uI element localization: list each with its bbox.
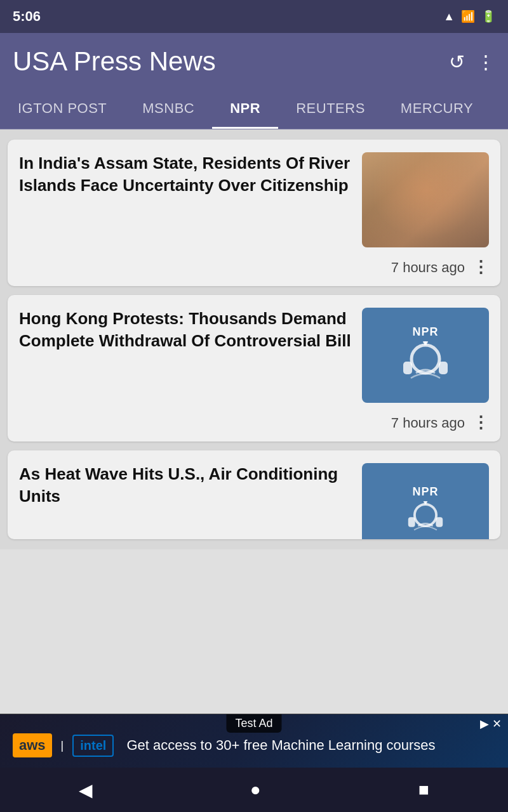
tab-bar: IGTON POST MSNBC NPR REUTERS MERCURY <box>0 90 508 129</box>
ad-banner: Test Ad ▶ ✕ aws | intel Get access to 30… <box>0 714 508 768</box>
signal-icon: 📶 <box>461 10 475 23</box>
intel-logo: intel <box>72 735 114 757</box>
article-title-2: Hong Kong Protests: Thousands Demand Com… <box>19 308 352 352</box>
more-options-icon[interactable]: ⋮ <box>476 51 495 73</box>
ad-logos: aws | intel <box>13 733 114 757</box>
npr-headphones-icon <box>397 341 454 386</box>
wifi-icon: ▲ <box>443 10 455 23</box>
article-image-2: NPR <box>362 308 489 403</box>
card-body-3: As Heat Wave Hits U.S., Air Conditioning… <box>19 463 489 539</box>
article-time-1: 7 hours ago <box>391 259 465 276</box>
article-title-1: In India's Assam State, Residents Of Riv… <box>19 152 352 197</box>
card-footer-2: 7 hours ago ⋮ <box>19 413 489 433</box>
ad-label: Test Ad <box>226 714 281 733</box>
svg-rect-7 <box>436 517 443 527</box>
tab-washington-post[interactable]: IGTON POST <box>0 90 124 129</box>
news-card-2[interactable]: Hong Kong Protests: Thousands Demand Com… <box>8 295 500 442</box>
ad-description: Get access to 30+ free Machine Learning … <box>126 737 435 754</box>
tab-msnbc[interactable]: MSNBC <box>124 90 212 129</box>
tab-reuters[interactable]: REUTERS <box>278 90 383 129</box>
news-card-3[interactable]: As Heat Wave Hits U.S., Air Conditioning… <box>8 450 500 539</box>
header-actions: ↺ ⋮ <box>449 51 495 73</box>
pipe-separator: | <box>61 739 64 752</box>
nav-back-button[interactable]: ◀ <box>53 773 118 807</box>
tab-npr[interactable]: NPR <box>212 90 278 129</box>
app-title: USA Press News <box>13 46 216 77</box>
tab-mercury[interactable]: MERCURY <box>383 90 491 129</box>
news-list: In India's Assam State, Residents Of Riv… <box>0 129 508 549</box>
svg-rect-6 <box>408 517 415 527</box>
svg-point-5 <box>415 504 436 526</box>
status-bar: 5:06 ▲ 📶 🔋 <box>0 0 508 33</box>
status-time: 5:06 <box>13 8 41 25</box>
article-time-2: 7 hours ago <box>391 415 465 431</box>
article-title-3: As Heat Wave Hits U.S., Air Conditioning… <box>19 463 352 508</box>
card-body-2: Hong Kong Protests: Thousands Demand Com… <box>19 308 489 403</box>
svg-rect-2 <box>439 362 448 374</box>
npr-logo-text: NPR <box>412 325 438 339</box>
battery-icon: 🔋 <box>481 10 495 23</box>
article-image-3: NPR <box>362 463 489 539</box>
nav-recents-button[interactable]: ■ <box>393 773 455 806</box>
npr-logo-text-3: NPR <box>412 485 438 499</box>
svg-point-0 <box>411 345 439 373</box>
svg-point-4 <box>423 341 428 344</box>
card-body-1: In India's Assam State, Residents Of Riv… <box>19 152 489 247</box>
npr-headphones-icon-3 <box>403 501 448 536</box>
news-card-1[interactable]: In India's Assam State, Residents Of Riv… <box>8 140 500 286</box>
ad-close-button[interactable]: ▶ ✕ <box>480 717 502 731</box>
article-image-1 <box>362 152 489 247</box>
article-more-2[interactable]: ⋮ <box>472 413 489 433</box>
aws-logo: aws <box>13 733 52 757</box>
svg-point-9 <box>424 501 427 503</box>
app-header: USA Press News ↺ ⋮ <box>0 33 508 90</box>
bottom-nav: ◀ ● ■ <box>0 768 508 812</box>
status-icons: ▲ 📶 🔋 <box>443 10 495 23</box>
card-footer-1: 7 hours ago ⋮ <box>19 258 489 277</box>
refresh-icon[interactable]: ↺ <box>449 51 465 73</box>
svg-rect-1 <box>403 362 412 374</box>
article-more-1[interactable]: ⋮ <box>472 258 489 277</box>
nav-home-button[interactable]: ● <box>225 773 286 806</box>
